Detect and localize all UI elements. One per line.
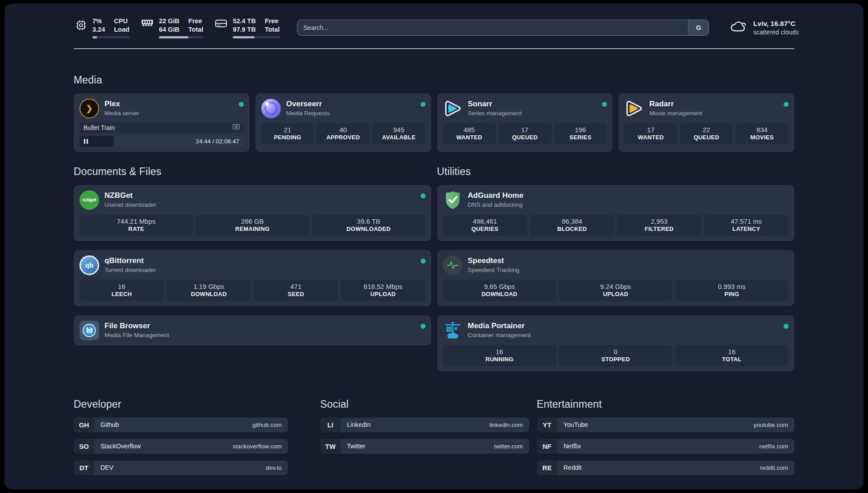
stat-tile-queued: 17 QUEUED bbox=[498, 123, 551, 144]
stat-value: 498,461 bbox=[445, 217, 526, 225]
cpu-load-value: 3.24 bbox=[92, 25, 105, 34]
app-card-overseerr[interactable]: Overseerr Media Requests 21 PENDING 40 A… bbox=[255, 93, 431, 152]
storage-free-value: 52.4 TB bbox=[233, 17, 256, 25]
bookmark-netflix[interactable]: NF Netflix netflix.com bbox=[537, 439, 794, 454]
section-title-social: Social bbox=[320, 398, 529, 410]
bookmark-name: Twitter bbox=[347, 443, 365, 450]
stat-tile-upload: 618.52 Mbps UPLOAD bbox=[341, 280, 425, 301]
cpu-load-label: Load bbox=[114, 25, 129, 34]
section-title-entertainment: Entertainment bbox=[537, 398, 794, 410]
stat-value: 86,384 bbox=[532, 217, 613, 225]
bookmark-github[interactable]: GH Github github.com bbox=[74, 418, 288, 432]
app-card-qbittorrent[interactable]: qb qBittorrent Torrent downloader 16 LEE… bbox=[74, 250, 431, 306]
stat-tile-stopped: 0 STOPPED bbox=[559, 345, 672, 366]
stat-label: REMAINING bbox=[197, 226, 307, 232]
app-name: File Browser bbox=[104, 322, 169, 330]
app-name: Plex bbox=[104, 100, 139, 109]
stat-value: 0 bbox=[561, 348, 671, 355]
bookmark-url: youtube.com bbox=[754, 422, 788, 428]
app-card-filebrowser[interactable]: File Browser Media File Management bbox=[74, 315, 431, 346]
stat-label: BLOCKED bbox=[532, 226, 613, 232]
stat-label: DOWNLOAD bbox=[168, 291, 249, 297]
stat-label: DOWNLOAD bbox=[445, 291, 555, 297]
stat-tile-remaining: 266 GB REMAINING bbox=[196, 215, 309, 236]
stat-label: APPROVED bbox=[318, 134, 368, 141]
playback-progress-bar[interactable]: 24:44 / 02:06:47 bbox=[79, 136, 244, 147]
storage-free-label: Free bbox=[265, 17, 280, 25]
section-entertainment: Entertainment YT YouTube youtube.com NF … bbox=[537, 398, 794, 482]
bookmark-twitter[interactable]: TW Twitter twitter.com bbox=[320, 439, 529, 454]
search-bar[interactable]: G bbox=[297, 20, 709, 36]
bookmark-name: StackOverflow bbox=[100, 443, 141, 450]
stat-tile-rate: 744.21 Mbps RATE bbox=[79, 215, 193, 236]
stat-tile-queries: 498,461 QUERIES bbox=[443, 215, 527, 236]
section-title-documents: Documents & Files bbox=[74, 166, 431, 178]
bookmark-name: Netflix bbox=[563, 443, 581, 450]
pause-button[interactable] bbox=[84, 139, 88, 144]
stat-value: 0.993 ms bbox=[677, 283, 787, 290]
section-social: Social LI LinkedIn linkedin.com TW Twitt… bbox=[320, 398, 529, 460]
app-card-adguard[interactable]: AdGuard Home DNS and adblocking 498,461 … bbox=[437, 185, 795, 241]
app-card-radarr[interactable]: Radarr Movie management 17 WANTED 22 QUE… bbox=[618, 93, 794, 152]
bookmark-stackoverflow[interactable]: SO StackOverflow stackoverflow.com bbox=[74, 439, 288, 454]
bookmark-reddit[interactable]: RE Reddit reddit.com bbox=[537, 460, 794, 475]
status-dot-online bbox=[421, 102, 426, 107]
bookmark-youtube[interactable]: YT YouTube youtube.com bbox=[537, 418, 794, 432]
status-dot-online bbox=[602, 102, 607, 107]
status-dot-online bbox=[239, 102, 244, 107]
section-media: Media ❯ Plex Media server Bullet Tr bbox=[74, 74, 794, 152]
section-developer: Developer GH Github github.com SO StackO… bbox=[74, 398, 288, 482]
app-description: Series management bbox=[468, 110, 522, 117]
adguard-shield-icon bbox=[443, 190, 463, 210]
status-dot-online bbox=[784, 102, 789, 107]
stat-value: 196 bbox=[556, 126, 605, 134]
hard-drive-icon bbox=[214, 17, 228, 38]
app-card-plex[interactable]: ❯ Plex Media server Bullet Train bbox=[74, 93, 250, 152]
app-card-portainer[interactable]: Media Portainer Container management 16 … bbox=[437, 315, 795, 372]
status-dot-online bbox=[421, 259, 426, 263]
bookmark-linkedin[interactable]: LI LinkedIn linkedin.com bbox=[320, 418, 529, 432]
section-title-developer: Developer bbox=[74, 398, 288, 410]
sonarr-icon bbox=[443, 99, 463, 118]
stat-tile-leech: 16 LEECH bbox=[79, 280, 164, 301]
memory-free-label: Free bbox=[188, 17, 204, 25]
app-description: Media Requests bbox=[286, 110, 330, 117]
portainer-crane-icon bbox=[443, 321, 463, 340]
stat-value: 16 bbox=[445, 348, 555, 355]
search-input[interactable] bbox=[297, 20, 689, 35]
stat-value: 9.24 Gbps bbox=[561, 283, 671, 290]
section-utilities: Utilities AdGuard Home bbox=[437, 166, 795, 372]
bookmark-abbr: SO bbox=[74, 439, 94, 454]
stat-value: 744.21 Mbps bbox=[81, 217, 191, 225]
bookmark-url: reddit.com bbox=[760, 464, 788, 471]
stat-tile-movies: 834 MOVIES bbox=[735, 123, 789, 144]
app-card-sonarr[interactable]: Sonarr Series management 485 WANTED 17 Q… bbox=[437, 93, 613, 152]
app-card-speedtest[interactable]: Speedtest Speedtest Tracking 9.65 Gbps D… bbox=[437, 250, 795, 306]
section-documents-files: Documents & Files nzbget NZBGet Usenet d… bbox=[74, 166, 431, 372]
stat-tile-download: 9.65 Gbps DOWNLOAD bbox=[443, 280, 556, 301]
app-description: Usenet downloader bbox=[104, 201, 156, 208]
status-dot-online bbox=[784, 324, 789, 329]
stat-value: 266 GB bbox=[197, 217, 307, 225]
cpu-progress-bar bbox=[92, 36, 129, 38]
qbittorrent-logo-text: qb bbox=[85, 261, 93, 269]
app-name: Radarr bbox=[649, 100, 702, 109]
stat-value: 2,953 bbox=[619, 217, 700, 225]
stat-label: LEECH bbox=[81, 291, 162, 297]
cloud-icon bbox=[730, 20, 747, 35]
stat-value: 40 bbox=[318, 126, 368, 134]
stat-tile-wanted: 485 WANTED bbox=[443, 123, 496, 144]
bookmark-dev-to[interactable]: DT DEV dev.to bbox=[74, 460, 288, 475]
app-card-nzbget[interactable]: nzbget NZBGet Usenet downloader 744.21 M… bbox=[74, 185, 431, 241]
now-playing-title-row: Bullet Train bbox=[79, 122, 244, 133]
app-name: AdGuard Home bbox=[468, 191, 524, 200]
stat-value: 47.571 ms bbox=[706, 217, 787, 225]
app-description: Media server bbox=[104, 110, 139, 117]
radarr-icon bbox=[624, 99, 644, 118]
stat-label: PING bbox=[677, 291, 787, 297]
search-provider-button[interactable]: G bbox=[688, 20, 709, 35]
stat-tile-series: 196 SERIES bbox=[554, 123, 607, 144]
stat-value: 618.52 Mbps bbox=[342, 283, 423, 290]
overseerr-icon bbox=[261, 99, 281, 118]
stat-value: 9.65 Gbps bbox=[445, 283, 555, 290]
